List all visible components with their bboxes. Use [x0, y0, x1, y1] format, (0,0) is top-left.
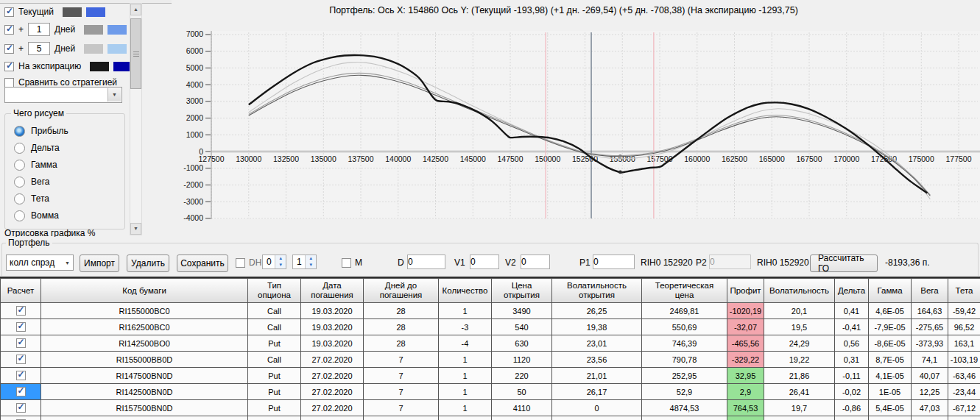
row-select-cell[interactable]: [1, 416, 41, 420]
checkbox-plus5-days[interactable]: [4, 44, 14, 54]
checkbox-dh[interactable]: [236, 258, 245, 268]
row-calc-checkbox[interactable]: [16, 338, 26, 348]
compare-strategy-dropdown[interactable]: ▼: [4, 87, 122, 103]
days-input-1[interactable]: 1: [28, 23, 50, 36]
v2-field[interactable]: 0: [521, 255, 550, 269]
row-calc-checkbox[interactable]: [16, 387, 26, 396]
checkbox-plus1-days[interactable]: [4, 25, 14, 35]
v1-field[interactable]: 0: [470, 255, 499, 269]
column-header[interactable]: Волатильность открытия: [552, 279, 642, 303]
column-header[interactable]: Код бумаги: [41, 279, 248, 303]
row-calc-checkbox[interactable]: [16, 322, 26, 332]
spinner-value: 1: [293, 255, 305, 268]
scroll-up-icon[interactable]: ▲: [130, 4, 141, 15]
radio-option-2[interactable]: Гамма: [14, 160, 57, 170]
radio-option-5[interactable]: Вомма: [14, 210, 59, 221]
p1-field[interactable]: 0: [593, 255, 635, 269]
table-row[interactable]: RI147500BN0DPut27.02.20207122021,01252,9…: [1, 368, 980, 384]
d-field[interactable]: 0: [407, 255, 445, 269]
data-cell: [642, 416, 727, 420]
table-row[interactable]: RI155000BB0DCall27.02.202071112023,56790…: [1, 352, 980, 368]
radio-option-3[interactable]: Вега: [14, 177, 49, 187]
row-select-cell[interactable]: [1, 319, 41, 335]
column-header[interactable]: Дельта: [835, 279, 869, 303]
import-button[interactable]: Импорт: [80, 255, 119, 272]
color-swatch[interactable]: [90, 62, 109, 71]
sidebar-scrollbar[interactable]: ▲ ▼: [130, 3, 142, 235]
chevron-down-icon[interactable]: ▼: [65, 260, 70, 266]
scrollbar-thumb[interactable]: [130, 18, 141, 89]
color-swatch[interactable]: [84, 25, 103, 35]
column-header[interactable]: Профит: [727, 279, 764, 303]
row-select-cell[interactable]: [1, 400, 41, 416]
table-row[interactable]: RI157500BN0DPut27.02.202071411004874,537…: [1, 400, 980, 416]
row-calc-checkbox[interactable]: [16, 403, 26, 413]
data-cell: 1: [439, 400, 492, 416]
table-row[interactable]: RI155000BC0Call19.03.2020281349026,25246…: [1, 303, 980, 319]
data-cell: [869, 416, 912, 420]
row-select-cell[interactable]: [1, 352, 41, 368]
column-header[interactable]: Цена открытия: [492, 279, 552, 303]
row-select-cell[interactable]: [1, 303, 41, 319]
profit-chart[interactable]: 70006000500040003000200010000-1000-2000-…: [147, 18, 980, 235]
row-calc-checkbox[interactable]: [16, 371, 26, 380]
data-cell: 24,29: [764, 335, 835, 352]
row-calc-checkbox[interactable]: [16, 306, 26, 316]
column-header[interactable]: Количество: [439, 279, 492, 303]
radio-icon[interactable]: [14, 210, 25, 221]
row-select-cell[interactable]: [1, 335, 41, 352]
column-header[interactable]: Дней до погашения: [364, 279, 439, 303]
color-swatch[interactable]: [107, 44, 127, 54]
v2-label: V2: [505, 255, 516, 271]
spin-up-icon[interactable]: ▲: [306, 255, 316, 262]
profit-cell: 764,53: [727, 400, 764, 416]
days-input-2[interactable]: 5: [28, 42, 50, 55]
column-header[interactable]: Дата погашения: [301, 279, 364, 303]
row-select-cell[interactable]: [1, 384, 41, 400]
checkbox-compare-strategy[interactable]: [4, 78, 14, 88]
positions-grid: РасчетКод бумагиТип опционаДата погашени…: [0, 277, 980, 420]
column-header[interactable]: Теоретическая цена: [642, 279, 727, 303]
radio-icon[interactable]: [14, 177, 25, 188]
dh-spinner-2[interactable]: 1 ▲▼: [292, 255, 317, 269]
color-swatch[interactable]: [84, 44, 103, 54]
calculate-go-button[interactable]: Рассчитать ГО: [810, 255, 878, 272]
row-select-cell[interactable]: [1, 368, 41, 384]
curve-label: На экспирацию: [18, 61, 81, 71]
radio-icon[interactable]: [14, 126, 25, 137]
scroll-down-icon[interactable]: ▼: [130, 223, 141, 235]
radio-icon[interactable]: [14, 193, 25, 204]
table-row[interactable]: FixedProfit948: [1, 416, 980, 420]
checkbox-current[interactable]: [4, 7, 14, 17]
radio-option-0[interactable]: Прибыль: [14, 126, 68, 136]
radio-icon[interactable]: [14, 143, 25, 154]
column-header[interactable]: Тета: [948, 279, 980, 303]
checkbox-expiration[interactable]: [4, 62, 14, 71]
table-row[interactable]: RI142500BN0DPut27.02.2020715026,1752,92,…: [1, 384, 980, 400]
radio-option-4[interactable]: Тета: [14, 193, 49, 204]
checkbox-m[interactable]: [342, 258, 351, 268]
column-header[interactable]: Тип опциона: [248, 279, 301, 303]
save-button[interactable]: Сохранить: [177, 255, 228, 272]
column-header[interactable]: Расчет: [1, 279, 41, 303]
delete-button[interactable]: Удалить: [127, 255, 169, 272]
radio-option-1[interactable]: Дельта: [14, 143, 60, 153]
radio-icon[interactable]: [14, 160, 25, 171]
spin-up-icon[interactable]: ▲: [275, 255, 286, 262]
dh-spinner-1[interactable]: 0 ▲▼: [262, 255, 286, 269]
column-header[interactable]: Вега: [912, 279, 948, 303]
color-swatch[interactable]: [86, 7, 105, 17]
strategy-select[interactable]: колл спрэд ▼: [6, 255, 74, 271]
p1-ticker: RIH0 152920: [641, 255, 693, 271]
table-row[interactable]: RI142500BO0Put19.03.202028-463023,01746,…: [1, 335, 980, 352]
column-header[interactable]: Волатильность: [764, 279, 835, 303]
color-swatch[interactable]: [107, 25, 127, 35]
spin-down-icon[interactable]: ▼: [306, 262, 316, 268]
color-swatch[interactable]: [63, 7, 82, 17]
chevron-down-icon[interactable]: ▼: [107, 88, 121, 102]
table-row[interactable]: RI162500BC0Call19.03.202028-354019,38550…: [1, 319, 980, 335]
p2-field[interactable]: 0: [709, 255, 751, 269]
column-header[interactable]: Гамма: [869, 279, 912, 303]
spin-down-icon[interactable]: ▼: [275, 262, 286, 268]
row-calc-checkbox[interactable]: [16, 355, 26, 364]
